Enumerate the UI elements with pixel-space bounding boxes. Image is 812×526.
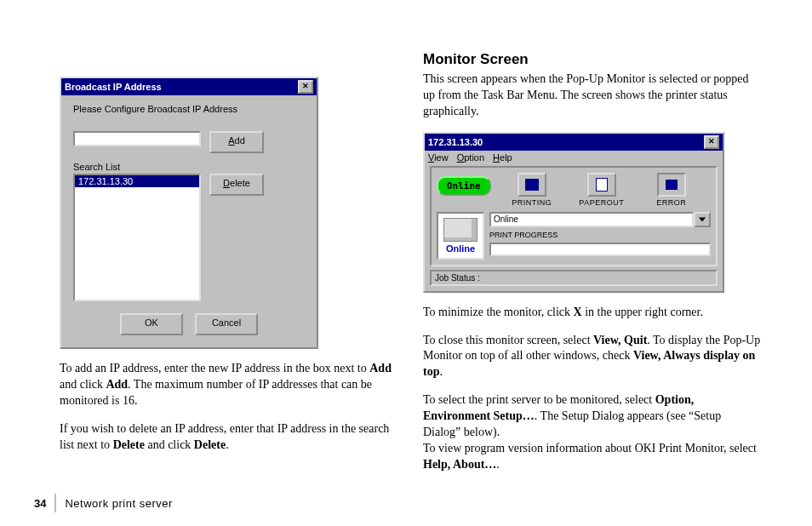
menu-view[interactable]: View [428, 152, 449, 163]
printer-image-icon [443, 218, 477, 242]
delete-button[interactable]: Delete [209, 174, 264, 196]
menu-bar: View Option Help [425, 151, 723, 164]
menu-help[interactable]: Help [493, 152, 512, 163]
add-button-label: dd [235, 135, 245, 146]
print-progress-bar [489, 243, 711, 256]
page-footer: 34 Network print server [34, 494, 173, 512]
printer-image-label: Online [446, 243, 475, 254]
close-icon[interactable]: ✕ [704, 135, 719, 149]
printing-status: PRINTING [503, 173, 561, 207]
right-paragraph-3: To minimize the monitor, click X in the … [423, 305, 761, 321]
footer-title: Network print server [65, 497, 172, 510]
page-number: 34 [34, 497, 46, 510]
printer-image-box: Online [437, 212, 484, 260]
left-paragraph-1: To add an IP address, enter the new IP a… [60, 361, 397, 409]
monitor-dialog: 172.31.13.30 ✕ View Option Help Online P… [423, 132, 724, 293]
right-paragraph-4: To close this monitor screen, select Vie… [423, 333, 761, 381]
paper-icon [587, 173, 616, 197]
status-combo-value: Online [489, 212, 694, 227]
menu-option[interactable]: Option [457, 152, 484, 163]
status-combo[interactable]: Online [489, 212, 711, 227]
search-list-selected-item[interactable]: 172.31.13.30 [75, 175, 199, 187]
cancel-button[interactable]: Cancel [195, 313, 258, 335]
print-progress-label: PRINT PROGRESS [489, 231, 711, 239]
chevron-down-icon[interactable] [694, 212, 711, 227]
search-list[interactable]: 172.31.13.30 [73, 174, 201, 301]
job-status-bar: Job Status : [430, 270, 718, 286]
dialog-title-text: Broadcast IP Address [65, 82, 162, 92]
right-paragraph-5: To select the print server to be monitor… [423, 392, 761, 472]
dialog-instruction: Please Configure Broadcast IP Address [73, 104, 305, 114]
search-list-label: Search List [73, 162, 305, 172]
paperout-status: PAPEROUT [573, 173, 631, 207]
right-intro: This screen appears when the Pop-Up Moni… [423, 71, 761, 120]
footer-divider [54, 494, 56, 512]
monitor-panel: Online PRINTING PAPEROUT ERROR [430, 166, 718, 266]
left-paragraph-2: If you wish to delete an IP address, ent… [60, 421, 397, 454]
error-status: ERROR [643, 173, 700, 207]
monitor-titlebar[interactable]: 172.31.13.30 ✕ [425, 134, 723, 151]
add-button[interactable]: Add [209, 131, 264, 153]
ip-input[interactable] [73, 131, 201, 146]
monitor-title-text: 172.31.13.30 [428, 137, 483, 147]
ok-button[interactable]: OK [120, 313, 183, 335]
broadcast-ip-dialog: Broadcast IP Address ✕ Please Configure … [60, 77, 318, 349]
error-icon [657, 173, 686, 197]
printer-icon [518, 173, 546, 197]
section-heading: Monitor Screen [423, 51, 761, 68]
online-status-button[interactable]: Online [437, 176, 491, 196]
delete-button-label: elete [230, 178, 250, 188]
svg-marker-0 [699, 217, 706, 221]
close-icon[interactable]: ✕ [298, 80, 313, 94]
dialog-titlebar[interactable]: Broadcast IP Address ✕ [61, 78, 317, 95]
